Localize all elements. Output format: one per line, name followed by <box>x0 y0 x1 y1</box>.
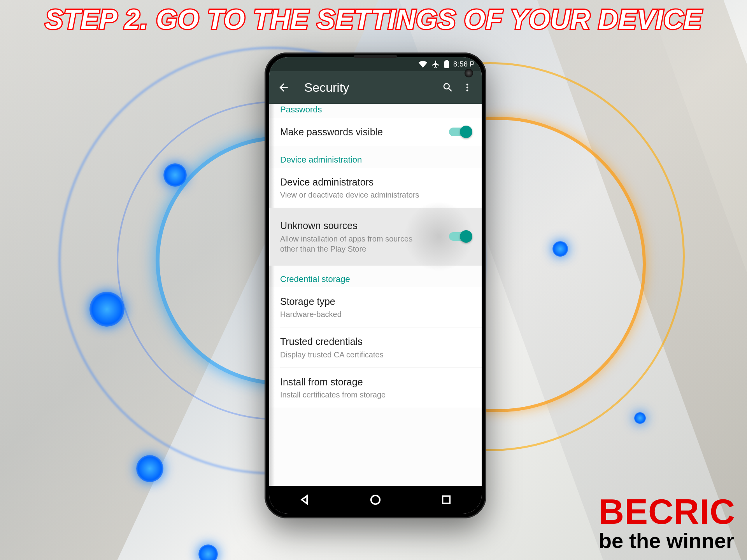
nav-recents-button[interactable] <box>431 490 462 509</box>
status-bar: 8:56 P <box>269 57 482 71</box>
app-bar: Security <box>269 71 482 104</box>
bg-dot <box>198 544 218 560</box>
arrow-back-icon <box>277 81 290 94</box>
appbar-title: Security <box>304 80 438 95</box>
status-time: 8:56 P <box>453 60 475 68</box>
circle-home-icon <box>370 494 381 506</box>
step-headline: STEP 2. GO TO THE SETTINGS OF YOUR DEVIC… <box>0 4 747 35</box>
row-storage-type[interactable]: Storage type Hardware-backed <box>269 287 482 327</box>
brand-name: BECRIC <box>599 494 735 529</box>
battery-icon <box>444 60 449 68</box>
airplane-icon <box>431 60 440 68</box>
row-subtitle: View or deactivate device administrators <box>280 190 471 200</box>
row-title: Trusted credentials <box>280 335 471 348</box>
row-subtitle: Allow installation of apps from sources … <box>280 234 428 254</box>
phone-frame: 8:56 P Security <box>265 52 486 518</box>
row-subtitle: Install certificates from storage <box>280 390 471 400</box>
nav-back-button[interactable] <box>289 490 320 509</box>
bg-dot <box>634 412 646 424</box>
row-title: Storage type <box>280 295 471 308</box>
svg-point-5 <box>371 495 380 504</box>
row-title: Device administrators <box>280 176 471 189</box>
section-header-device-admin: Device administration <box>269 146 482 168</box>
bg-dot <box>552 241 568 257</box>
settings-list[interactable]: Passwords Make passwords visible Device … <box>269 104 482 486</box>
android-nav-bar <box>269 486 482 514</box>
row-unknown-sources[interactable]: Unknown sources Allow installation of ap… <box>269 208 482 266</box>
svg-rect-6 <box>443 496 450 504</box>
search-icon <box>442 82 454 93</box>
row-install-from-storage[interactable]: Install from storage Install certificate… <box>269 368 482 408</box>
overflow-button[interactable] <box>458 78 477 97</box>
bg-dot <box>89 292 124 327</box>
toggle-unknown-sources[interactable] <box>449 232 471 241</box>
svg-rect-0 <box>444 61 449 68</box>
row-device-administrators[interactable]: Device administrators View or deactivate… <box>269 168 482 208</box>
row-title: Install from storage <box>280 376 471 388</box>
bg-dot <box>136 455 163 482</box>
bg-dot <box>163 163 187 187</box>
phone-speaker <box>354 55 397 58</box>
brand-logo: BECRIC be the winner <box>599 494 735 552</box>
row-trusted-credentials[interactable]: Trusted credentials Display trusted CA c… <box>269 327 482 368</box>
row-subtitle: Hardware-backed <box>280 309 471 319</box>
svg-rect-1 <box>445 60 448 61</box>
more-vert-icon <box>462 82 472 93</box>
section-header-passwords: Passwords <box>269 104 482 118</box>
row-make-passwords-visible[interactable]: Make passwords visible <box>269 118 482 146</box>
row-title: Unknown sources <box>280 219 441 232</box>
search-button[interactable] <box>438 78 458 97</box>
nav-home-button[interactable] <box>360 490 391 509</box>
square-recents-icon <box>441 494 452 505</box>
row-subtitle: Display trusted CA certificates <box>280 350 471 360</box>
back-button[interactable] <box>274 78 293 97</box>
brand-slogan: be the winner <box>599 529 735 552</box>
phone-camera <box>465 69 473 77</box>
svg-point-4 <box>466 89 468 91</box>
phone-screen: 8:56 P Security <box>269 57 482 514</box>
svg-point-3 <box>466 87 468 89</box>
toggle-make-passwords-visible[interactable] <box>449 128 471 136</box>
tutorial-slide: STEP 2. GO TO THE SETTINGS OF YOUR DEVIC… <box>0 0 747 560</box>
svg-point-2 <box>466 84 468 86</box>
wifi-icon <box>418 60 428 68</box>
triangle-back-icon <box>299 494 310 506</box>
row-title: Make passwords visible <box>280 126 441 138</box>
section-header-credential-storage: Credential storage <box>269 266 482 287</box>
bg-slab <box>501 0 747 560</box>
